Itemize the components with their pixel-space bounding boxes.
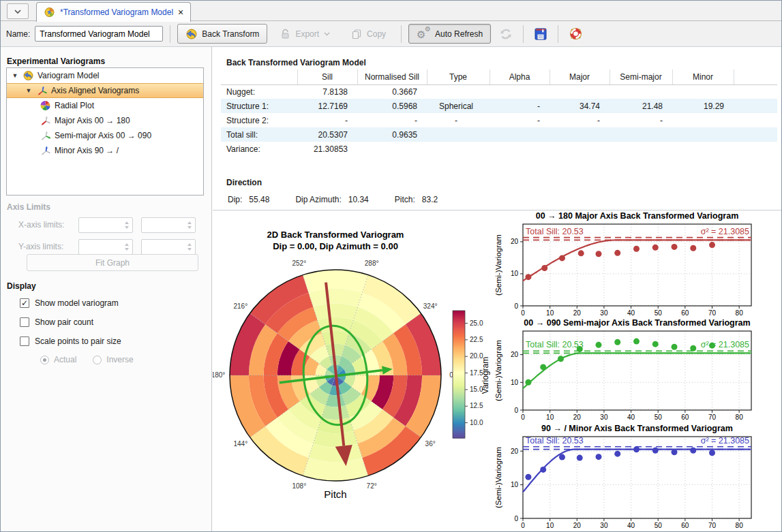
variogram-model-icon (44, 7, 55, 18)
radial-variogram-plot: 2D Back Transformed VariogramDip = 0.00,… (213, 210, 490, 532)
auto-refresh-button[interactable]: ⚙ ⚙ Auto Refresh (408, 24, 491, 44)
major-axis-variogram-chart: 00 → 180 Major Axis Back Transformed Var… (490, 210, 781, 317)
semi-major-axis-variogram-chart: 00 → 090 Semi-major Axis Back Transforme… (490, 317, 781, 420)
variogram-model-window: { "tab": { "title": "*Transformed Variog… (0, 0, 782, 532)
actual-radio-item[interactable]: Actual (40, 355, 76, 364)
minor-axis-icon (40, 145, 51, 156)
display-heading: Display (1, 281, 211, 291)
svg-text:108°: 108° (292, 482, 307, 490)
svg-text:60: 60 (681, 522, 689, 529)
tree-item-major-axis[interactable]: Major Axis 00 → 180 (7, 113, 203, 128)
y-min-input[interactable] (78, 239, 133, 255)
svg-text:10.0: 10.0 (470, 419, 483, 426)
tab-transformed-variogram-model[interactable]: *Transformed Variogram Model × (36, 2, 191, 22)
toolbar-separator (170, 25, 170, 43)
tab-title: *Transformed Variogram Model (60, 7, 173, 17)
show-pair-count-checkbox[interactable] (20, 317, 29, 327)
show-model-variogram-row[interactable]: Show model variogram (20, 298, 119, 308)
model-table-title: Back Transformed Variogram Model (226, 58, 366, 67)
svg-text:20: 20 (511, 448, 519, 455)
refresh-button[interactable] (496, 24, 516, 44)
svg-text:180°: 180° (213, 371, 225, 379)
pitch-label: Pitch: (395, 195, 415, 204)
toolbar: Name: Back Transform Export Copy ⚙ ⚙ Aut… (1, 21, 781, 47)
tab-list-dropdown-button[interactable] (7, 3, 29, 19)
table-row: Structure 1:12.7169 0.5968Spherical -34.… (221, 99, 777, 113)
svg-text:Total Sill: 20.53: Total Sill: 20.53 (526, 227, 584, 236)
tree-item-label: Variogram Model (37, 71, 99, 80)
svg-text:80: 80 (736, 522, 744, 529)
semi-major-axis-icon (40, 130, 51, 141)
svg-text:20: 20 (511, 238, 519, 245)
table-header-row: Sill Normalised SillType AlphaMajor Semi… (221, 69, 777, 84)
export-button[interactable]: Export (272, 24, 338, 44)
tree-item-variogram-model[interactable]: ▼ Variogram Model (7, 68, 203, 83)
name-label: Name: (6, 29, 30, 39)
svg-text:70: 70 (708, 309, 717, 317)
svg-text:Variogram: Variogram (481, 357, 490, 394)
charts-area: 2D Back Transformed VariogramDip = 0.00,… (213, 210, 781, 531)
svg-text:60: 60 (681, 413, 689, 420)
y-axis-limits-label: Y-axis limits: (18, 242, 63, 251)
back-transform-icon (185, 29, 197, 40)
axis-limits-heading: Axis Limits (1, 202, 211, 212)
svg-text:0: 0 (514, 407, 518, 414)
tree-item-label: Major Axis 00 → 180 (55, 116, 130, 125)
spinner-arrows-icon[interactable] (185, 240, 194, 253)
checkbox-label: Show pair count (35, 317, 93, 327)
chevron-down-icon (14, 9, 22, 14)
tree-item-radial-plot[interactable]: Radial Plot (7, 98, 203, 113)
actual-radio[interactable] (40, 356, 49, 364)
export-icon (280, 29, 290, 40)
back-transform-button[interactable]: Back Transform (177, 24, 267, 44)
svg-text:σ² = 21.3085: σ² = 21.3085 (701, 227, 749, 236)
svg-text:36°: 36° (425, 440, 436, 448)
name-input[interactable] (35, 26, 163, 42)
toolbar-separator (401, 25, 402, 43)
tab-bar: *Transformed Variogram Model × (1, 1, 781, 21)
svg-text:Total Sill: 20.53: Total Sill: 20.53 (526, 436, 584, 445)
scale-points-checkbox[interactable] (20, 337, 29, 346)
tab-close-icon[interactable]: × (178, 7, 183, 17)
spinner-arrows-icon[interactable] (123, 240, 131, 253)
expander-icon[interactable]: ▼ (25, 87, 33, 94)
inverse-radio[interactable] (93, 356, 102, 364)
svg-text:Total Sill: 20.53: Total Sill: 20.53 (526, 340, 584, 349)
svg-text:80: 80 (736, 413, 744, 420)
svg-text:20: 20 (573, 522, 582, 529)
x-min-input[interactable] (78, 217, 133, 233)
svg-text:40: 40 (627, 309, 635, 317)
x-max-input[interactable] (141, 217, 196, 233)
show-pair-count-row[interactable]: Show pair count (20, 317, 93, 327)
gears-icon: ⚙ ⚙ (417, 28, 430, 40)
svg-text:40: 40 (627, 413, 635, 420)
x-axis-limits-label: X-axis limits: (18, 220, 64, 230)
tree-item-axis-aligned-variograms[interactable]: ▼ Axis Aligned Variograms (7, 83, 203, 98)
axis-variogram-charts: 00 → 180 Major Axis Back Transformed Var… (490, 210, 781, 531)
direction-heading: Direction (226, 178, 262, 187)
spinner-arrows-icon[interactable] (123, 219, 131, 232)
minor-axis-variogram-chart: 90 → / Minor Axis Back Transformed Vario… (490, 420, 781, 531)
y-max-input[interactable] (141, 239, 196, 255)
scale-points-row[interactable]: Scale points to pair size (20, 337, 121, 346)
svg-text:90 → / Minor Axis Back Transfo: 90 → / Minor Axis Back Transformed Vario… (541, 424, 733, 433)
help-lifebuoy-button[interactable] (565, 24, 586, 44)
experimental-variograms-heading: Experimental Variograms (7, 57, 105, 66)
svg-text:40: 40 (627, 522, 635, 529)
copy-button[interactable]: Copy (343, 24, 394, 44)
fit-graph-button[interactable]: Fit Graph (27, 254, 198, 271)
save-button[interactable] (530, 24, 551, 44)
svg-text:30: 30 (600, 413, 608, 420)
spinner-arrows-icon[interactable] (185, 219, 194, 232)
inverse-radio-item[interactable]: Inverse (93, 355, 133, 364)
svg-text:(Semi-)Variogram: (Semi-)Variogram (494, 234, 502, 296)
tree-item-minor-axis[interactable]: Minor Axis 90 → / (7, 143, 203, 158)
svg-text:10: 10 (511, 379, 519, 386)
show-model-variogram-checkbox[interactable] (20, 298, 29, 308)
display-section: Display Show model variogram Show pair c… (1, 281, 211, 291)
tree-item-semi-major-axis[interactable]: Semi-major Axis 00 → 090 (7, 128, 203, 143)
expander-icon[interactable]: ▼ (11, 72, 19, 79)
lifebuoy-icon (569, 27, 583, 41)
svg-text:144°: 144° (234, 440, 248, 448)
svg-text:0: 0 (521, 413, 525, 420)
